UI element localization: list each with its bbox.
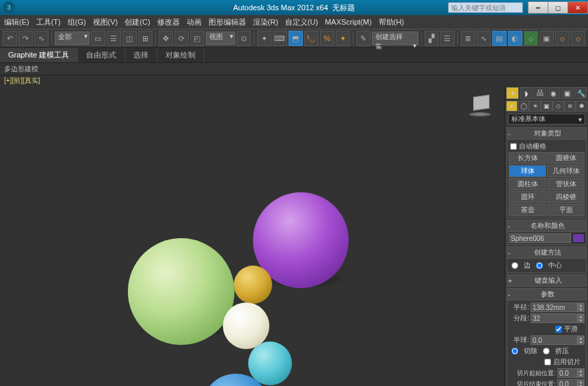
selection-filter-dropdown[interactable]: 全部 [55, 31, 89, 45]
menu-modifiers[interactable]: 修改器 [157, 17, 180, 27]
tab-hierarchy-icon[interactable]: 品 [533, 87, 546, 99]
rollout-object-type[interactable]: -对象类型 [507, 127, 587, 140]
menu-edit[interactable]: 编辑(E) [4, 17, 29, 27]
percent-snap-button[interactable]: % [320, 31, 334, 46]
menu-view[interactable]: 视图(V) [93, 17, 118, 27]
rollout-keyboard[interactable]: +键盘输入 [507, 274, 587, 287]
spinner-snap-button[interactable]: ✦ [336, 31, 350, 46]
maximize-button[interactable]: ◻ [548, 1, 568, 14]
minimize-button[interactable]: ━ [528, 1, 548, 14]
manip-button[interactable]: ✦ [257, 31, 271, 46]
tab-selection[interactable]: 选择 [125, 48, 157, 62]
editnamedsel-button[interactable]: ✎ [356, 31, 371, 46]
systems-icon[interactable]: ✱ [576, 101, 587, 112]
scale-button[interactable]: ◰ [190, 31, 204, 46]
menu-group[interactable]: 组(G) [68, 17, 86, 27]
tab-graphite[interactable]: Graphite 建模工具 [0, 48, 78, 62]
mirror-button[interactable]: ▞ [425, 31, 439, 46]
render-frame-button[interactable]: ▣ [539, 31, 554, 46]
menu-animation[interactable]: 动画 [187, 17, 202, 27]
help-search-input[interactable] [448, 2, 523, 13]
tab-motion-icon[interactable]: ◉ [547, 87, 560, 99]
window-crossing-button[interactable]: ⊞ [138, 31, 152, 46]
squash-radio[interactable] [543, 348, 550, 355]
smooth-checkbox[interactable] [555, 326, 562, 333]
object-color-swatch[interactable] [572, 233, 585, 243]
spacewarps-icon[interactable]: ≋ [564, 101, 576, 112]
tab-create-icon[interactable]: ✦ [506, 87, 519, 99]
refcoord-dropdown[interactable]: 视图 [206, 31, 235, 45]
rollout-create-method[interactable]: -创建方法 [507, 246, 587, 259]
slice-checkbox[interactable] [544, 359, 551, 365]
tab-display-icon[interactable]: ▣ [561, 87, 574, 99]
menu-tools[interactable]: 工具(T) [36, 17, 61, 27]
tab-modify-icon[interactable]: ◗ [520, 87, 533, 99]
rotate-button[interactable]: ⟳ [174, 31, 189, 46]
sliceto-input[interactable]: 0.0 [558, 380, 577, 386]
angle-snap-button[interactable]: ³◡ [304, 31, 319, 46]
prim-box[interactable]: 长方体 [509, 152, 546, 164]
autogrid-checkbox[interactable] [510, 143, 517, 150]
prim-teapot[interactable]: 茶壶 [509, 204, 546, 216]
named-selection-dropdown[interactable]: 创建选择集 [372, 31, 418, 45]
ribbon-sub[interactable]: 多边形建模 [0, 63, 588, 75]
select-name-button[interactable]: ☰ [107, 31, 121, 46]
link-button[interactable]: ∿ [34, 31, 49, 46]
shapes-icon[interactable]: ◯ [518, 101, 529, 112]
chop-radio[interactable] [511, 348, 518, 355]
menu-maxscript[interactable]: MAXScript(M) [325, 18, 371, 26]
viewport[interactable] [0, 86, 505, 386]
prim-torus[interactable]: 圆环 [509, 191, 546, 203]
redo-button[interactable]: ↷ [18, 31, 33, 46]
prim-pyramid[interactable]: 四棱锥 [547, 191, 585, 203]
menu-create[interactable]: 创建(C) [124, 17, 150, 27]
helpers-icon[interactable]: ◇ [552, 101, 564, 112]
segments-input[interactable]: 32 [531, 314, 577, 322]
edge-radio[interactable] [511, 262, 518, 269]
curve-editor-button[interactable]: ∿ [477, 31, 491, 46]
render-button[interactable]: ☼ [555, 31, 570, 46]
align-button[interactable]: ☰ [440, 31, 455, 46]
material-button[interactable]: ◐ [508, 31, 522, 46]
render-prod-button[interactable]: ☼ [571, 31, 585, 46]
keymode-button[interactable]: ⌨ [273, 31, 287, 46]
snap-toggle-button[interactable]: ⬒ [289, 31, 303, 46]
menu-graph[interactable]: 图形编辑器 [209, 17, 246, 27]
radius-input[interactable]: 138.32mm [531, 303, 577, 311]
tab-freeform[interactable]: 自由形式 [78, 48, 125, 62]
render-setup-button[interactable]: ☼ [524, 31, 538, 46]
viewcube[interactable] [469, 93, 494, 118]
slicefrom-input[interactable]: 0.0 [558, 369, 577, 377]
category-dropdown[interactable]: 标准基本体▾ [508, 114, 585, 125]
cameras-icon[interactable]: ▣ [541, 101, 552, 112]
spinner-down-icon[interactable]: ▾ [577, 307, 584, 311]
move-button[interactable]: ✥ [159, 31, 173, 46]
layers-button[interactable]: ≣ [461, 31, 475, 46]
prim-sphere[interactable]: 球体 [509, 165, 546, 177]
viewport-label[interactable]: [+][前][真实] [0, 75, 588, 86]
close-button[interactable]: ✕ [567, 1, 588, 14]
lights-icon[interactable]: ☀ [529, 101, 541, 112]
tab-objpaint[interactable]: 对象绘制 [157, 48, 204, 62]
app-logo-icon[interactable]: 3 [3, 1, 15, 14]
rollout-params[interactable]: -参数 [507, 288, 587, 300]
pivot-button[interactable]: ⊙ [237, 31, 251, 46]
tab-utilities-icon[interactable]: 🔧 [574, 87, 587, 99]
select-region-button[interactable]: ◫ [122, 31, 137, 46]
sphere-green[interactable] [128, 238, 235, 345]
center-radio[interactable] [536, 262, 543, 269]
menu-help[interactable]: 帮助(H) [379, 17, 404, 27]
hemi-input[interactable]: 0.0 [531, 336, 577, 344]
sphere-gold[interactable] [234, 266, 272, 304]
prim-cylinder[interactable]: 圆柱体 [509, 178, 546, 190]
prim-plane[interactable]: 平面 [547, 204, 585, 216]
prim-tube[interactable]: 管状体 [547, 178, 585, 190]
geom-icon[interactable]: ● [506, 101, 518, 112]
menu-customize[interactable]: 自定义(U) [285, 17, 318, 27]
menu-render[interactable]: 渲染(R) [253, 17, 278, 27]
undo-button[interactable]: ↶ [3, 31, 17, 46]
rollout-name-color[interactable]: -名称和颜色 [507, 220, 587, 232]
prim-geosphere[interactable]: 几何球体 [547, 165, 585, 177]
object-name-input[interactable]: Sphere006 [509, 234, 570, 242]
select-button[interactable]: ▭ [91, 31, 105, 46]
